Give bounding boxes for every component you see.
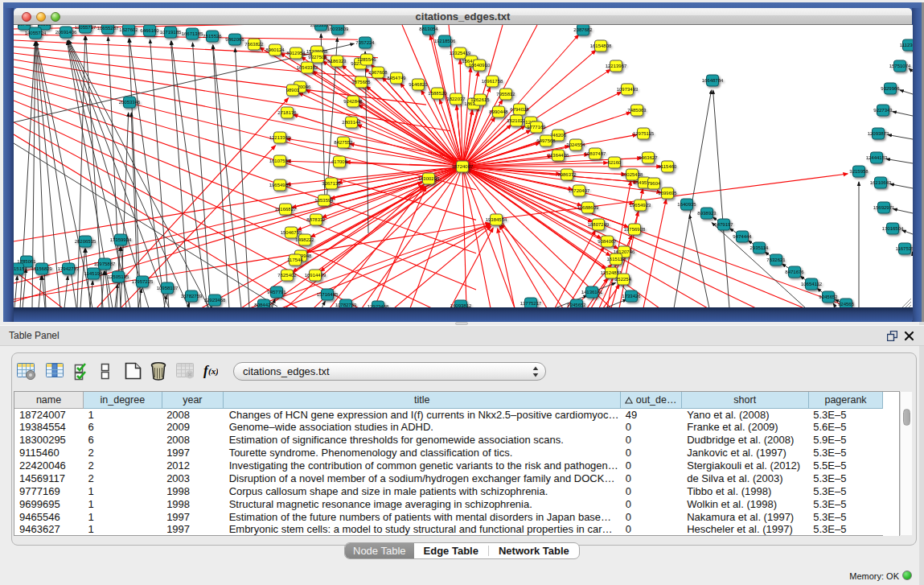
- svg-text:8912954: 8912954: [286, 51, 306, 56]
- svg-text:8938923: 8938923: [697, 211, 717, 216]
- svg-text:1588520: 1588520: [428, 91, 447, 96]
- svg-text:16914479: 16914479: [305, 273, 326, 278]
- svg-text:10719185: 10719185: [160, 30, 182, 35]
- svg-text:6497568: 6497568: [536, 138, 556, 143]
- svg-text:16033809: 16033809: [327, 27, 349, 31]
- svg-text:13325419: 13325419: [450, 51, 471, 56]
- svg-text:9115460: 9115460: [659, 164, 678, 169]
- svg-text:1527602: 1527602: [119, 27, 138, 32]
- svg-text:1145194: 1145194: [84, 271, 104, 276]
- svg-text:924565: 924565: [838, 302, 855, 307]
- svg-text:7625402: 7625402: [277, 273, 297, 278]
- svg-text:1615112: 1615112: [607, 257, 626, 262]
- svg-text:7663822: 7663822: [244, 42, 264, 47]
- svg-text:8454749: 8454749: [387, 76, 406, 80]
- svg-text:3915154: 3915154: [14, 266, 27, 271]
- svg-text:11156829: 11156829: [31, 266, 52, 271]
- svg-text:9777169: 9777169: [527, 125, 546, 130]
- svg-text:2718176: 2718176: [277, 110, 297, 115]
- svg-text:21364436: 21364436: [548, 153, 569, 158]
- svg-text:7986372: 7986372: [557, 172, 577, 177]
- svg-text:6794028: 6794028: [510, 107, 529, 112]
- svg-text:20553: 20553: [38, 25, 51, 27]
- svg-text:9699695: 9699695: [658, 191, 677, 196]
- svg-text:18724007: 18724007: [452, 164, 474, 169]
- svg-text:9146821: 9146821: [409, 82, 428, 87]
- svg-text:20053346: 20053346: [119, 100, 141, 105]
- svg-text:9474444: 9474444: [733, 234, 752, 239]
- svg-text:1112304: 1112304: [900, 43, 913, 47]
- svg-text:15720407: 15720407: [569, 188, 590, 193]
- svg-text:17942737: 17942737: [58, 266, 80, 271]
- svg-text:16154808: 16154808: [590, 43, 612, 48]
- svg-text:10958107: 10958107: [157, 286, 179, 290]
- svg-text:6466160: 6466160: [140, 28, 159, 33]
- svg-text:9463627: 9463627: [639, 155, 658, 160]
- svg-text:1167535: 1167535: [896, 246, 913, 251]
- svg-text:7357224: 7357224: [355, 40, 375, 45]
- svg-text:252254: 252254: [615, 277, 632, 282]
- svg-text:1262615: 1262615: [470, 97, 490, 102]
- svg-text:1498222: 1498222: [295, 237, 314, 242]
- svg-text:15751074: 15751074: [889, 64, 911, 68]
- svg-text:1640935: 1640935: [677, 202, 696, 207]
- svg-text:19654983: 19654983: [269, 183, 291, 187]
- svg-text:16738: 16738: [18, 25, 31, 27]
- svg-text:8990448: 8990448: [489, 109, 508, 114]
- svg-text:14136141: 14136141: [581, 290, 603, 295]
- svg-text:1285546: 1285546: [357, 57, 376, 62]
- svg-text:9327505: 9327505: [308, 55, 327, 60]
- svg-text:117544: 117544: [287, 257, 303, 262]
- svg-text:12055717: 12055717: [75, 25, 97, 30]
- svg-text:16640910: 16640910: [469, 63, 491, 68]
- svg-text:8471676: 8471676: [785, 270, 804, 274]
- svg-text:12444153: 12444153: [866, 155, 888, 160]
- svg-text:417006: 417006: [331, 159, 348, 164]
- svg-text:15692971: 15692971: [873, 205, 895, 210]
- svg-text:3875685: 3875685: [351, 80, 371, 84]
- svg-text:(x): (x): [208, 366, 218, 377]
- svg-text:20691406: 20691406: [55, 30, 77, 35]
- svg-text:19654923: 19654923: [630, 203, 651, 208]
- svg-text:16543382: 16543382: [297, 65, 318, 70]
- svg-text:1353594: 1353594: [314, 198, 334, 203]
- svg-text:12213369: 12213369: [269, 135, 291, 140]
- svg-text:17359924: 17359924: [110, 237, 132, 242]
- svg-text:7485063: 7485063: [627, 108, 647, 113]
- svg-text:9862066: 9862066: [225, 37, 244, 42]
- svg-text:12093873: 12093873: [868, 131, 889, 136]
- svg-text:3215958: 3215958: [849, 169, 869, 174]
- svg-text:98901: 98901: [286, 88, 300, 93]
- svg-text:15046755: 15046755: [281, 230, 302, 235]
- svg-text:13775217: 13775217: [520, 301, 542, 306]
- svg-text:9457791: 9457791: [267, 290, 286, 295]
- svg-text:10688609: 10688609: [577, 205, 599, 210]
- svg-text:8813054: 8813054: [419, 27, 438, 31]
- svg-text:79604: 79604: [647, 181, 661, 186]
- svg-text:3822037: 3822037: [446, 97, 466, 101]
- svg-text:18807249: 18807249: [588, 222, 610, 227]
- svg-text:8960124: 8960124: [265, 47, 285, 52]
- svg-text:19756928: 19756928: [624, 227, 646, 232]
- svg-text:9227343: 9227343: [873, 108, 893, 113]
- svg-text:14055724: 14055724: [25, 31, 47, 35]
- svg-text:19218506: 19218506: [434, 39, 456, 43]
- svg-text:16961758: 16961758: [482, 79, 503, 84]
- svg-text:1621022: 1621022: [507, 118, 526, 123]
- svg-text:8427552: 8427552: [334, 140, 353, 145]
- svg-text:10975887: 10975887: [94, 262, 116, 266]
- svg-text:17016504: 17016504: [882, 226, 904, 231]
- svg-text:12213967: 12213967: [606, 64, 627, 68]
- svg-text:3024554: 3024554: [566, 142, 585, 147]
- svg-text:2803144: 2803144: [342, 120, 361, 125]
- svg-text:19384554: 19384554: [486, 217, 507, 222]
- svg-text:16782759: 16782759: [181, 294, 203, 299]
- svg-text:2087682: 2087682: [573, 27, 593, 32]
- svg-text:10654112: 10654112: [801, 282, 823, 286]
- svg-text:20206535: 20206535: [75, 239, 97, 244]
- svg-text:10655267: 10655267: [97, 26, 119, 31]
- svg-text:9329966: 9329966: [881, 86, 900, 91]
- svg-text:3267130: 3267130: [322, 181, 341, 186]
- svg-text:746206: 746206: [550, 133, 567, 138]
- svg-text:62160: 62160: [608, 160, 622, 165]
